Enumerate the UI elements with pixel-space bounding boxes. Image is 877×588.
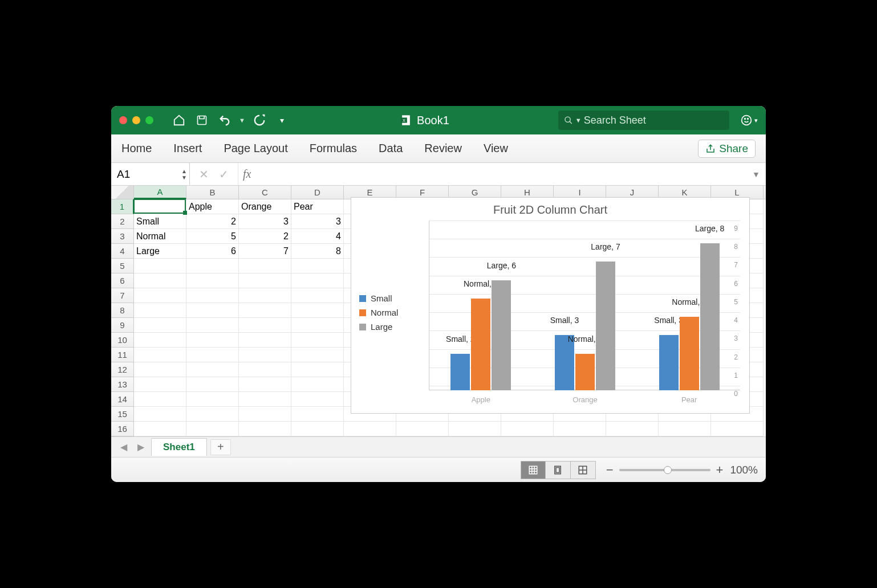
cell-H16[interactable] bbox=[501, 422, 554, 436]
cell-D8[interactable] bbox=[291, 303, 344, 318]
cell-C15[interactable] bbox=[239, 407, 291, 422]
embedded-chart[interactable]: Fruit 2D Column Chart SmallNormalLarge 0… bbox=[351, 197, 750, 414]
tab-data[interactable]: Data bbox=[379, 142, 403, 155]
cell-K16[interactable] bbox=[659, 422, 711, 436]
zoom-in-button[interactable]: + bbox=[716, 463, 724, 477]
tab-insert[interactable]: Insert bbox=[173, 142, 202, 155]
cell-D9[interactable] bbox=[291, 318, 344, 333]
col-header-C[interactable]: C bbox=[239, 186, 291, 199]
cell-A10[interactable] bbox=[134, 333, 186, 348]
zoom-slider[interactable] bbox=[619, 469, 710, 471]
bar[interactable] bbox=[575, 354, 595, 390]
spreadsheet-grid[interactable]: ABCDEFGHIJKL 1AppleOrangePear2Small2333N… bbox=[111, 186, 766, 436]
cell-D7[interactable] bbox=[291, 288, 344, 303]
row-header-1[interactable]: 1 bbox=[111, 199, 134, 214]
row-header-6[interactable]: 6 bbox=[111, 273, 134, 288]
cell-B13[interactable] bbox=[186, 377, 239, 392]
row-header-4[interactable]: 4 bbox=[111, 244, 134, 259]
cell-I16[interactable] bbox=[554, 422, 606, 436]
legend-item[interactable]: Small bbox=[359, 293, 398, 303]
fx-label[interactable]: fx bbox=[238, 168, 255, 181]
row-header-3[interactable]: 3 bbox=[111, 229, 134, 244]
cell-A11[interactable] bbox=[134, 348, 186, 362]
cell-C11[interactable] bbox=[239, 348, 291, 362]
cell-C8[interactable] bbox=[239, 303, 291, 318]
search-box[interactable]: ▼ bbox=[558, 111, 729, 130]
cell-A6[interactable] bbox=[134, 273, 186, 288]
bar[interactable] bbox=[659, 335, 679, 390]
sheet-nav-next-icon[interactable]: ▶ bbox=[134, 442, 148, 452]
cell-A1[interactable] bbox=[134, 199, 186, 214]
maximize-window-button[interactable] bbox=[145, 116, 153, 124]
cell-D4[interactable]: 8 bbox=[291, 244, 344, 259]
cell-B5[interactable] bbox=[186, 259, 239, 273]
cell-B7[interactable] bbox=[186, 288, 239, 303]
col-header-D[interactable]: D bbox=[291, 186, 344, 199]
undo-icon[interactable] bbox=[216, 112, 233, 129]
search-dropdown-icon[interactable]: ▼ bbox=[575, 117, 582, 124]
tab-home[interactable]: Home bbox=[121, 142, 152, 155]
formula-expand-icon[interactable]: ▼ bbox=[752, 170, 766, 179]
cell-B4[interactable]: 6 bbox=[186, 244, 239, 259]
cell-C12[interactable] bbox=[239, 362, 291, 377]
cell-D10[interactable] bbox=[291, 333, 344, 348]
cancel-formula-icon[interactable]: ✕ bbox=[199, 168, 209, 181]
cell-G16[interactable] bbox=[449, 422, 501, 436]
bar[interactable] bbox=[471, 299, 490, 390]
cell-L16[interactable] bbox=[711, 422, 764, 436]
cell-C10[interactable] bbox=[239, 333, 291, 348]
cell-D15[interactable] bbox=[291, 407, 344, 422]
row-header-11[interactable]: 11 bbox=[111, 348, 134, 362]
cell-B12[interactable] bbox=[186, 362, 239, 377]
row-header-16[interactable]: 16 bbox=[111, 422, 134, 436]
row-header-9[interactable]: 9 bbox=[111, 318, 134, 333]
cell-A8[interactable] bbox=[134, 303, 186, 318]
feedback-icon[interactable]: ▾ bbox=[741, 114, 758, 126]
legend-item[interactable]: Large bbox=[359, 322, 398, 332]
zoom-level[interactable]: 100% bbox=[730, 464, 758, 476]
tab-page-layout[interactable]: Page Layout bbox=[224, 142, 287, 155]
cell-D13[interactable] bbox=[291, 377, 344, 392]
save-icon[interactable] bbox=[193, 112, 210, 129]
name-box[interactable]: A1 ▲▼ bbox=[111, 163, 190, 185]
cell-C5[interactable] bbox=[239, 259, 291, 273]
legend-item[interactable]: Normal bbox=[359, 308, 398, 317]
cell-B8[interactable] bbox=[186, 303, 239, 318]
row-header-7[interactable]: 7 bbox=[111, 288, 134, 303]
col-header-A[interactable]: A bbox=[134, 186, 186, 199]
cell-D14[interactable] bbox=[291, 392, 344, 407]
cell-B1[interactable]: Apple bbox=[186, 199, 239, 214]
home-icon[interactable] bbox=[170, 112, 188, 129]
cell-B2[interactable]: 2 bbox=[186, 214, 239, 229]
row-header-2[interactable]: 2 bbox=[111, 214, 134, 229]
cell-C14[interactable] bbox=[239, 392, 291, 407]
row-header-15[interactable]: 15 bbox=[111, 407, 134, 422]
bar[interactable] bbox=[450, 354, 470, 390]
cell-C13[interactable] bbox=[239, 377, 291, 392]
page-layout-view-button[interactable] bbox=[546, 461, 571, 479]
cell-A9[interactable] bbox=[134, 318, 186, 333]
tab-review[interactable]: Review bbox=[424, 142, 462, 155]
tab-formulas[interactable]: Formulas bbox=[310, 142, 357, 155]
cell-D1[interactable]: Pear bbox=[291, 199, 344, 214]
normal-view-button[interactable] bbox=[521, 461, 546, 479]
row-header-10[interactable]: 10 bbox=[111, 333, 134, 348]
row-header-12[interactable]: 12 bbox=[111, 362, 134, 377]
redo-icon[interactable] bbox=[251, 112, 268, 129]
search-input[interactable] bbox=[584, 115, 724, 126]
col-header-B[interactable]: B bbox=[186, 186, 239, 199]
tab-view[interactable]: View bbox=[484, 142, 508, 155]
select-all-corner[interactable] bbox=[111, 186, 134, 199]
close-window-button[interactable] bbox=[119, 116, 127, 124]
cell-C16[interactable] bbox=[239, 422, 291, 436]
cell-D12[interactable] bbox=[291, 362, 344, 377]
cell-A7[interactable] bbox=[134, 288, 186, 303]
cell-A4[interactable]: Large bbox=[134, 244, 186, 259]
page-break-view-button[interactable] bbox=[571, 461, 596, 479]
share-button[interactable]: Share bbox=[698, 140, 756, 158]
cell-C9[interactable] bbox=[239, 318, 291, 333]
cell-C1[interactable]: Orange bbox=[239, 199, 291, 214]
cell-C6[interactable] bbox=[239, 273, 291, 288]
bar[interactable] bbox=[596, 262, 615, 390]
cell-A2[interactable]: Small bbox=[134, 214, 186, 229]
